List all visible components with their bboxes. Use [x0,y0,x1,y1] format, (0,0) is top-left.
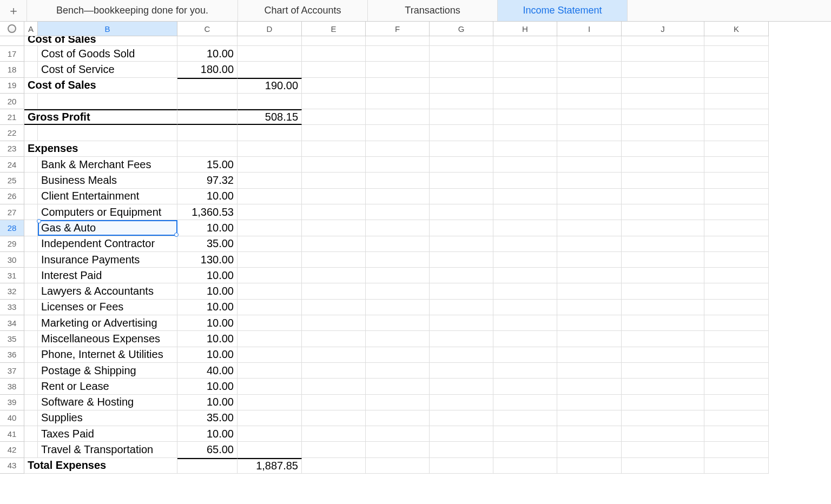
cell[interactable] [704,220,769,236]
cell[interactable] [557,252,622,268]
cell[interactable] [557,157,622,173]
cell[interactable] [238,46,302,62]
cell[interactable] [704,157,769,173]
row-header[interactable]: 28 [0,220,24,236]
cell[interactable] [622,125,704,141]
cell[interactable] [238,426,302,442]
cell[interactable] [24,94,38,109]
cell[interactable] [302,173,366,188]
cell[interactable] [622,62,704,77]
row-header[interactable]: 18 [0,62,24,77]
cell[interactable] [366,395,430,410]
cell[interactable] [557,426,622,442]
cell[interactable]: Supplies [38,410,177,426]
cell[interactable] [302,442,366,457]
cell[interactable] [238,315,302,331]
cell[interactable] [704,347,769,363]
cell[interactable] [430,283,493,299]
cell[interactable] [238,442,302,457]
cell[interactable] [493,141,557,157]
tab-bench[interactable]: Bench—bookkeeping done for you. [27,0,238,21]
cell[interactable] [557,458,622,474]
cell[interactable] [366,283,430,299]
row-header[interactable]: 32 [0,283,24,299]
cell[interactable] [24,315,38,331]
row-header[interactable]: 35 [0,331,24,347]
row-header[interactable]: 36 [0,347,24,363]
row-header[interactable]: 27 [0,204,24,220]
cell[interactable] [704,46,769,62]
cell[interactable] [493,442,557,457]
cell[interactable] [238,347,302,363]
cell[interactable] [622,458,704,474]
cell[interactable] [24,173,38,188]
cell[interactable] [493,236,557,252]
cell[interactable] [366,410,430,426]
cell[interactable] [622,426,704,442]
cell[interactable] [366,189,430,204]
cell[interactable]: Business Meals [38,173,177,188]
cell[interactable] [302,347,366,363]
cell[interactable] [302,204,366,220]
cell[interactable]: Expenses [24,141,177,157]
cell[interactable] [493,94,557,109]
cell[interactable] [704,395,769,410]
cell[interactable] [238,379,302,394]
cell[interactable] [238,125,302,141]
cell[interactable] [557,204,622,220]
cell[interactable] [493,173,557,188]
cell[interactable]: 35.00 [177,410,238,426]
cell[interactable]: Travel & Transportation [38,442,177,457]
cell[interactable] [24,46,38,62]
cell[interactable] [493,125,557,141]
cell[interactable]: Rent or Lease [38,379,177,394]
cell[interactable] [430,458,493,474]
cell[interactable] [557,220,622,236]
cell[interactable] [704,283,769,299]
cell[interactable] [366,458,430,474]
cell[interactable]: Client Entertainment [38,189,177,204]
cell[interactable] [238,173,302,188]
cell[interactable] [302,283,366,299]
cell[interactable] [430,109,493,125]
cell[interactable] [704,78,769,94]
cell[interactable] [430,204,493,220]
cell[interactable] [622,78,704,94]
cell[interactable] [366,379,430,394]
row-header[interactable]: 42 [0,442,24,457]
cell[interactable]: Insurance Payments [38,252,177,268]
cell[interactable] [302,300,366,315]
cell[interactable] [622,189,704,204]
col-header-i[interactable]: I [557,22,622,36]
cell[interactable] [622,157,704,173]
cell[interactable] [238,268,302,283]
cell[interactable] [704,109,769,125]
cell[interactable] [24,442,38,457]
cell[interactable] [302,220,366,236]
cell[interactable]: 10.00 [177,315,238,331]
cell[interactable] [493,36,557,46]
cell[interactable] [704,363,769,379]
cell[interactable] [557,283,622,299]
cell[interactable] [238,189,302,204]
cell[interactable] [622,379,704,394]
cell[interactable] [302,268,366,283]
cell[interactable] [238,283,302,299]
cell[interactable] [622,220,704,236]
cell[interactable] [302,36,366,46]
cell[interactable] [24,157,38,173]
cell[interactable] [493,252,557,268]
cell[interactable] [704,268,769,283]
cell[interactable] [493,300,557,315]
cell[interactable] [430,189,493,204]
cell[interactable] [366,62,430,77]
cell[interactable] [557,315,622,331]
cell[interactable]: 508.15 [238,109,302,125]
cell[interactable] [704,300,769,315]
cell[interactable]: Computers or Equipment [38,204,177,220]
cell[interactable] [24,252,38,268]
cell[interactable]: 10.00 [177,395,238,410]
row-header[interactable]: 43 [0,458,24,474]
cell[interactable] [302,78,366,94]
cell[interactable] [430,78,493,94]
